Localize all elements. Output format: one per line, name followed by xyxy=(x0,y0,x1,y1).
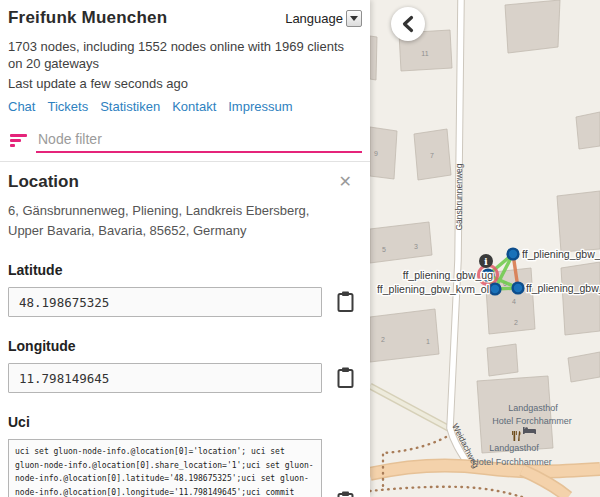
back-button[interactable] xyxy=(391,7,425,41)
clipboard-icon xyxy=(336,290,356,314)
node-label-kvm-ol[interactable]: ff_pliening_gbw_kvm_ol xyxy=(377,283,489,295)
link-impressum[interactable]: Impressum xyxy=(228,99,292,114)
svg-text:5: 5 xyxy=(382,246,386,253)
svg-text:2: 2 xyxy=(381,336,385,343)
chevron-left-icon xyxy=(400,15,416,33)
link-chat[interactable]: Chat xyxy=(8,99,35,114)
poi-label: Hotel Forchhammer xyxy=(472,457,552,467)
sidebar-header: Freifunk Muenchen Language 1703 nodes, i… xyxy=(0,0,370,162)
copy-uci-button[interactable] xyxy=(335,490,357,497)
location-section: Location ✕ 6, Gänsbrunnenweg, Pliening, … xyxy=(0,162,370,497)
language-select[interactable] xyxy=(346,10,362,27)
copy-latitude-button[interactable] xyxy=(335,290,357,314)
node-label-ug[interactable]: ff_pliening_gbw_ug xyxy=(403,269,493,281)
uci-label: Uci xyxy=(8,414,362,430)
close-icon[interactable]: ✕ xyxy=(339,174,352,190)
node-label-od[interactable]: ff_pliening_gbw_od xyxy=(526,282,600,294)
clipboard-icon xyxy=(336,366,356,390)
copy-longitude-button[interactable] xyxy=(335,366,357,390)
node-filter-input[interactable] xyxy=(36,128,362,153)
svg-text:1: 1 xyxy=(426,338,430,345)
page-title: Freifunk Muenchen xyxy=(8,8,167,28)
svg-text:3: 3 xyxy=(414,243,418,250)
node-marker-test[interactable] xyxy=(508,249,519,260)
poi-label: Landgasthof xyxy=(508,403,558,413)
map-canvas[interactable]: 11 9 7 5 3 6 4 2 2 1 Gänsbrunnenweg Weid… xyxy=(370,0,600,497)
link-statistiken[interactable]: Statistiken xyxy=(100,99,160,114)
longitude-field[interactable] xyxy=(8,363,322,393)
meshviewer-app: Freifunk Muenchen Language 1703 nodes, i… xyxy=(0,0,600,497)
poi-label: Hotel Forchhammer xyxy=(492,416,572,426)
location-title: Location xyxy=(8,172,79,192)
node-marker-od[interactable] xyxy=(513,283,524,294)
svg-text:11: 11 xyxy=(421,50,428,57)
last-update: Last update a few seconds ago xyxy=(8,76,362,91)
svg-text:4: 4 xyxy=(512,298,516,305)
svg-text:7: 7 xyxy=(430,152,434,159)
network-stats: 1703 nodes, including 1552 nodes online … xyxy=(8,38,362,72)
node-label-test[interactable]: ff_pliening_gbw_test xyxy=(522,248,600,260)
uci-command-textarea[interactable]: uci set gluon-node-info.@location[0]='lo… xyxy=(8,439,322,497)
svg-text:9: 9 xyxy=(374,150,378,157)
street-label-gaensbrunnenweg: Gänsbrunnenweg xyxy=(454,163,464,230)
link-tickets[interactable]: Tickets xyxy=(47,99,88,114)
link-kontakt[interactable]: Kontakt xyxy=(172,99,216,114)
filter-icon xyxy=(10,134,28,147)
language-control: Language xyxy=(285,10,362,27)
language-label: Language xyxy=(285,11,343,26)
latitude-field[interactable] xyxy=(8,287,322,317)
svg-text:2: 2 xyxy=(514,319,518,326)
node-filter-row xyxy=(8,128,362,153)
longitude-label: Longitude xyxy=(8,338,362,354)
map-container[interactable]: 11 9 7 5 3 6 4 2 2 1 Gänsbrunnenweg Weid… xyxy=(370,0,600,497)
latitude-label: Latitude xyxy=(8,262,362,278)
address-text: 6, Gänsbrunnenweg, Pliening, Landkreis E… xyxy=(8,201,362,241)
sidebar-panel: Freifunk Muenchen Language 1703 nodes, i… xyxy=(0,0,370,497)
node-marker-kvm-ol[interactable] xyxy=(490,284,501,295)
info-marker[interactable]: i xyxy=(479,254,493,268)
clipboard-icon xyxy=(336,490,356,497)
poi-label: Landgasthof xyxy=(489,443,539,453)
info-icon: i xyxy=(484,256,488,267)
nav-links: Chat Tickets Statistiken Kontakt Impress… xyxy=(8,99,362,114)
